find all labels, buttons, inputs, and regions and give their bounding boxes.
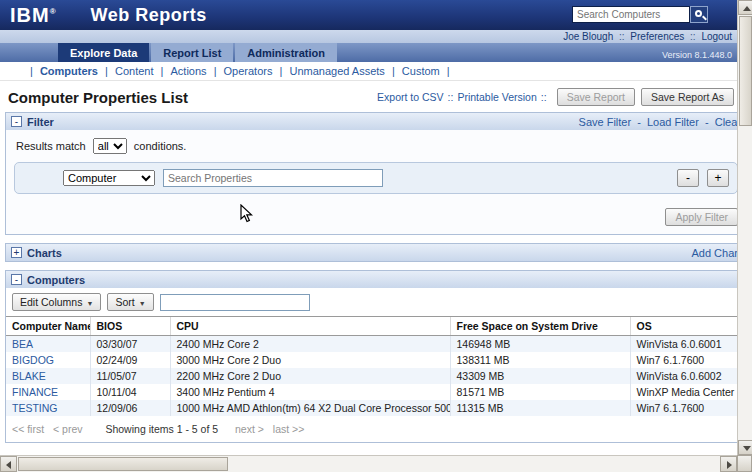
vertical-scrollbar-thumb[interactable] bbox=[739, 16, 752, 126]
column-os[interactable]: OS bbox=[630, 317, 752, 336]
edit-columns-button[interactable]: Edit Columns▼ bbox=[12, 293, 101, 311]
scroll-left-arrow[interactable] bbox=[0, 456, 17, 472]
results-match-row: Results match all conditions. bbox=[16, 138, 738, 154]
filter-panel-header: - Filter Save Filter - Load Filter - Cle… bbox=[6, 113, 746, 130]
column-computer-name[interactable]: Computer Name▲ bbox=[6, 317, 90, 336]
version-label: Version 8.1.448.0 bbox=[662, 50, 732, 60]
separator: :: bbox=[690, 31, 696, 42]
computer-link[interactable]: BIGDOG bbox=[12, 354, 54, 366]
computer-link[interactable]: BEA bbox=[12, 338, 33, 350]
save-filter-link[interactable]: Save Filter bbox=[579, 116, 632, 128]
user-name: Joe Blough bbox=[563, 31, 613, 42]
tab-report-list[interactable]: Report List bbox=[151, 43, 233, 62]
save-report-button[interactable]: Save Report bbox=[557, 88, 635, 106]
separator: | bbox=[161, 65, 164, 77]
table-filter-input[interactable] bbox=[160, 294, 310, 311]
separator: :: bbox=[619, 31, 625, 42]
computers-table: Computer Name▲ BIOS CPU Free Space on Sy… bbox=[6, 316, 752, 416]
vertical-scrollbar[interactable] bbox=[737, 0, 752, 455]
horizontal-scrollbar-thumb[interactable] bbox=[18, 457, 228, 471]
filter-body: Results match all conditions. Computer -… bbox=[6, 130, 746, 234]
cpu-cell: 2200 MHz Core 2 Duo bbox=[170, 368, 450, 384]
computers-toolbar: Edit Columns▼ Sort▼ bbox=[6, 288, 746, 316]
os-cell: WinXP Media Center E bbox=[630, 384, 752, 400]
bios-cell: 03/30/07 bbox=[90, 336, 170, 353]
horizontal-scrollbar[interactable] bbox=[0, 455, 737, 472]
subnav-computers[interactable]: Computers bbox=[40, 65, 98, 77]
separator: | bbox=[105, 65, 108, 77]
next-page-link[interactable]: next > bbox=[235, 423, 264, 435]
os-cell: WinVista 6.0.6001 bbox=[630, 336, 752, 353]
table-row: TESTING 12/09/06 1000 MHz AMD Athlon(tm)… bbox=[6, 400, 752, 416]
collapse-icon[interactable]: - bbox=[11, 116, 22, 127]
tab-administration[interactable]: Administration bbox=[235, 43, 337, 62]
pagination: << first < prev Showing items 1 - 5 of 5… bbox=[6, 416, 746, 442]
last-page-link[interactable]: last >> bbox=[273, 423, 305, 435]
search-properties-input[interactable] bbox=[163, 169, 383, 187]
subnav-content[interactable]: Content bbox=[115, 65, 154, 77]
sort-button[interactable]: Sort▼ bbox=[107, 293, 153, 311]
apply-filter-button[interactable]: Apply Filter bbox=[665, 208, 738, 226]
separator: :: bbox=[541, 91, 547, 103]
mouse-cursor bbox=[240, 204, 254, 224]
separator: - bbox=[637, 116, 641, 128]
preferences-link[interactable]: Preferences bbox=[630, 31, 684, 42]
separator: | bbox=[280, 65, 283, 77]
column-free-space[interactable]: Free Space on System Drive bbox=[450, 317, 630, 336]
column-cpu[interactable]: CPU bbox=[170, 317, 450, 336]
free-space-cell: 11315 MB bbox=[450, 400, 630, 416]
separator: - bbox=[705, 116, 709, 128]
subnav-actions[interactable]: Actions bbox=[170, 65, 206, 77]
showing-items-label: Showing items 1 - 5 of 5 bbox=[105, 423, 218, 435]
match-mode-select[interactable]: all bbox=[93, 138, 127, 154]
cpu-cell: 2400 MHz Core 2 bbox=[170, 336, 450, 353]
add-chart-link[interactable]: Add Chart bbox=[691, 247, 741, 259]
global-search bbox=[572, 6, 708, 23]
computer-link[interactable]: FINANCE bbox=[12, 386, 58, 398]
app-title: Web Reports bbox=[91, 5, 207, 26]
filter-title: Filter bbox=[27, 116, 54, 128]
top-banner: IBM® Web Reports bbox=[0, 0, 752, 30]
property-select[interactable]: Computer bbox=[63, 170, 155, 186]
title-row: Computer Properties List Export to CSV :… bbox=[0, 81, 752, 112]
printable-version-link[interactable]: Printable Version bbox=[457, 91, 536, 103]
tab-explore-data[interactable]: Explore Data bbox=[58, 43, 149, 62]
load-filter-link[interactable]: Load Filter bbox=[647, 116, 699, 128]
bios-cell: 11/05/07 bbox=[90, 368, 170, 384]
table-row: BEA 03/30/07 2400 MHz Core 2 146948 MB W… bbox=[6, 336, 752, 353]
subnav-unmanaged-assets[interactable]: Unmanaged Assets bbox=[289, 65, 384, 77]
logout-link[interactable]: Logout bbox=[701, 31, 732, 42]
expand-icon[interactable]: + bbox=[11, 247, 22, 258]
add-condition-button[interactable]: + bbox=[707, 169, 729, 187]
separator: :: bbox=[448, 91, 454, 103]
scroll-up-arrow[interactable] bbox=[738, 0, 752, 15]
free-space-cell: 43309 MB bbox=[450, 368, 630, 384]
search-icon bbox=[695, 10, 702, 17]
computer-link[interactable]: BLAKE bbox=[12, 370, 46, 382]
computer-link[interactable]: TESTING bbox=[12, 402, 58, 414]
chevron-down-icon: ▼ bbox=[86, 300, 93, 307]
table-row: FINANCE 10/11/04 3400 MHz Pentium 4 8157… bbox=[6, 384, 752, 400]
remove-condition-button[interactable]: - bbox=[677, 169, 699, 187]
free-space-cell: 146948 MB bbox=[450, 336, 630, 353]
subnav-custom[interactable]: Custom bbox=[402, 65, 440, 77]
subnav-operators[interactable]: Operators bbox=[224, 65, 273, 77]
collapse-icon[interactable]: - bbox=[11, 274, 22, 285]
filter-condition-row: Computer - + bbox=[14, 162, 738, 194]
cpu-cell: 1000 MHz AMD Athlon(tm) 64 X2 Dual Core … bbox=[170, 400, 450, 416]
prev-page-link[interactable]: < prev bbox=[53, 423, 82, 435]
search-button[interactable] bbox=[690, 6, 708, 23]
column-bios[interactable]: BIOS bbox=[90, 317, 170, 336]
export-csv-link[interactable]: Export to CSV bbox=[377, 91, 444, 103]
separator: | bbox=[30, 65, 33, 77]
scroll-down-arrow[interactable] bbox=[738, 440, 752, 455]
free-space-cell: 138311 MB bbox=[450, 352, 630, 368]
scroll-right-arrow[interactable] bbox=[720, 456, 737, 472]
first-page-link[interactable]: << first bbox=[12, 423, 44, 435]
save-report-as-button[interactable]: Save Report As bbox=[641, 88, 734, 106]
free-space-cell: 81571 MB bbox=[450, 384, 630, 400]
separator: | bbox=[214, 65, 217, 77]
search-input[interactable] bbox=[572, 6, 690, 23]
user-strip: Joe Blough :: Preferences :: Logout bbox=[0, 30, 752, 43]
bios-cell: 12/09/06 bbox=[90, 400, 170, 416]
